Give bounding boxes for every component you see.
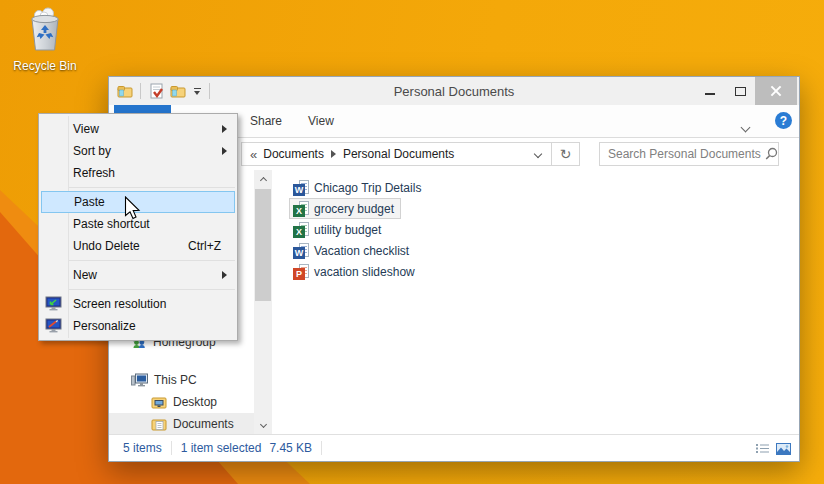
submenu-arrow-icon (222, 147, 227, 155)
item-count: 5 items (123, 441, 162, 455)
breadcrumb-documents[interactable]: Documents (263, 147, 324, 161)
selection-count: 1 item selected (181, 441, 262, 455)
details-view-icon[interactable] (756, 443, 769, 454)
selection-size: 7.45 KB (269, 441, 312, 455)
address-bar[interactable]: « Documents Personal Documents ↻ (241, 142, 580, 166)
expand-ribbon-button[interactable] (742, 117, 751, 126)
recycle-bin-label: Recycle Bin (2, 59, 88, 73)
nav-scrollbar[interactable] (254, 170, 272, 434)
file-list: W Chicago Trip Details X grocery budget … (272, 170, 799, 434)
breadcrumb-chevron-icon[interactable] (331, 150, 336, 158)
file-name: grocery budget (314, 202, 394, 216)
menu-item-refresh[interactable]: Refresh (39, 162, 237, 184)
word-file-icon: W (293, 243, 309, 259)
breadcrumb: « Documents Personal Documents (242, 147, 525, 162)
close-button[interactable] (755, 77, 797, 105)
nav-item-label: This PC (154, 373, 197, 387)
title-bar: Personal Documents (109, 77, 799, 105)
minimize-button[interactable] (695, 77, 725, 105)
window-folder-icon[interactable] (116, 81, 134, 101)
scroll-up-icon[interactable] (254, 170, 272, 187)
breadcrumb-personal-documents[interactable]: Personal Documents (343, 147, 454, 161)
menu-item-paste-shortcut[interactable]: Paste shortcut (39, 213, 237, 235)
excel-file-icon: X (293, 222, 309, 238)
caption-buttons (695, 77, 797, 105)
context-menu: View Sort by Refresh Paste Paste shortcu… (38, 113, 238, 341)
submenu-arrow-icon (222, 271, 227, 279)
search-icon[interactable] (763, 147, 778, 161)
word-file-icon: W (293, 180, 309, 196)
screen-resolution-icon (45, 296, 62, 311)
maximize-button[interactable] (725, 77, 755, 105)
scrollbar-thumb[interactable] (255, 189, 271, 301)
powerpoint-file-icon: P (293, 264, 309, 280)
nav-item-desktop[interactable]: Desktop (109, 391, 254, 412)
search-input[interactable] (600, 147, 763, 161)
menu-item-sort-by[interactable]: Sort by (39, 140, 237, 162)
refresh-button[interactable]: ↻ (551, 143, 579, 165)
menu-separator (69, 187, 235, 188)
file-name: Chicago Trip Details (314, 181, 421, 195)
address-dropdown-button[interactable] (525, 143, 551, 165)
menu-shortcut: Ctrl+Z (188, 239, 221, 253)
file-name: utility budget (314, 223, 381, 237)
customize-toolbar-button[interactable] (191, 84, 203, 98)
file-item[interactable]: X utility budget (289, 219, 388, 240)
thumbnail-view-icon[interactable] (776, 443, 791, 455)
menu-item-paste[interactable]: Paste (41, 191, 235, 213)
status-bar: 5 items 1 item selected 7.45 KB (109, 434, 799, 461)
nav-item-this-pc[interactable]: This PC (109, 369, 254, 390)
toolbar-separator (209, 83, 210, 99)
desktop-icon (151, 395, 167, 409)
submenu-arrow-icon (222, 125, 227, 133)
menu-separator (69, 260, 235, 261)
nav-item-label: Desktop (173, 395, 217, 409)
nav-item-documents[interactable]: Documents (109, 413, 254, 434)
recent-locations-icon[interactable]: « (250, 147, 256, 162)
status-separator (171, 441, 172, 455)
quick-access-toolbar (109, 81, 212, 101)
properties-button[interactable] (147, 81, 165, 101)
file-item[interactable]: W Vacation checklist (289, 240, 416, 261)
toolbar-separator (140, 83, 141, 99)
this-pc-icon (131, 373, 148, 387)
menu-separator (69, 289, 235, 290)
file-name: Vacation checklist (314, 244, 409, 258)
recycle-bin-icon (21, 6, 69, 54)
file-item[interactable]: W Chicago Trip Details (289, 177, 428, 198)
file-item-selected[interactable]: X grocery budget (289, 198, 401, 219)
view-toggles (756, 435, 791, 462)
personalize-icon (45, 318, 62, 333)
tab-view[interactable]: View (295, 105, 347, 137)
excel-file-icon: X (293, 201, 309, 217)
search-box[interactable] (599, 142, 779, 166)
menu-item-screen-resolution[interactable]: Screen resolution (39, 293, 237, 315)
menu-item-undo-delete[interactable]: Undo Delete Ctrl+Z (39, 235, 237, 257)
menu-item-view[interactable]: View (39, 118, 237, 140)
new-folder-button[interactable] (169, 81, 187, 101)
tab-share[interactable]: Share (237, 105, 295, 137)
file-item[interactable]: P vacation slideshow (289, 261, 422, 282)
file-name: vacation slideshow (314, 265, 415, 279)
help-icon[interactable]: ? (775, 112, 792, 129)
nav-item-label: Documents (173, 417, 234, 431)
scroll-down-icon[interactable] (254, 417, 272, 434)
recycle-bin[interactable]: Recycle Bin (2, 6, 88, 73)
status-separator (321, 441, 322, 455)
menu-item-new[interactable]: New (39, 264, 237, 286)
documents-folder-icon (151, 417, 167, 431)
menu-item-personalize[interactable]: Personalize (39, 315, 237, 337)
